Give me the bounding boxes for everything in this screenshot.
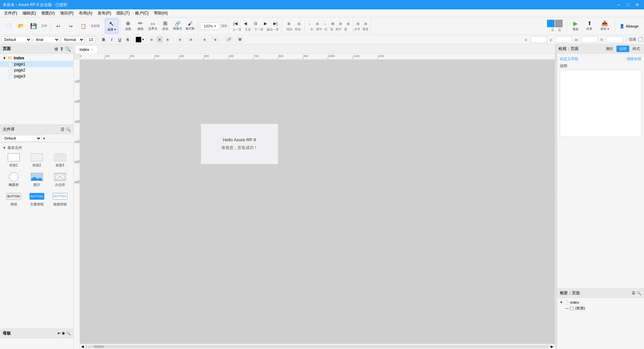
bullet-list-button[interactable]: ≡ (175, 36, 185, 43)
clear-all-button[interactable]: 清除全部 (627, 56, 641, 61)
align-center-h-button[interactable]: ⊟ (314, 20, 321, 27)
page-folder-root[interactable]: ▼ 📁 index (0, 55, 73, 61)
border-button[interactable]: ▭ 边界点 (147, 19, 159, 33)
save-button[interactable]: 💾 (28, 19, 40, 33)
align-right-button[interactable]: ⬦ (321, 20, 329, 27)
minimize-button[interactable]: ─ (614, 1, 623, 8)
text-more-button[interactable]: ⊞ (235, 36, 245, 43)
menu-layout[interactable]: 布局(A) (76, 10, 95, 17)
page-item-page2[interactable]: 📄 page2 (0, 67, 73, 73)
comp-image[interactable]: 图片 (26, 170, 48, 189)
comp-button[interactable]: BUTTON 按钮 (3, 190, 24, 208)
underline-button[interactable]: U (116, 36, 123, 43)
page-prev-button[interactable]: ◀ (241, 20, 250, 27)
tab-notes[interactable]: 说明 (616, 46, 629, 52)
masters-add-icon[interactable]: ⊕ (62, 331, 65, 336)
h-distribute-button[interactable]: ⊟ (354, 20, 362, 27)
tab-styles[interactable]: 样式 (630, 46, 643, 52)
menu-project[interactable]: 项目(P) (57, 10, 76, 17)
copy-button[interactable]: 📋 (77, 19, 89, 33)
comp-circle[interactable]: 椭圆形 (3, 170, 24, 189)
redo-button[interactable]: ↪ (65, 19, 77, 33)
custom-field-label[interactable]: 自定义字段 (560, 56, 578, 61)
menu-publish[interactable]: 发布(P) (95, 10, 114, 17)
comp-rect1[interactable]: 矩形1 (3, 151, 24, 169)
font-color-dropdown[interactable]: ▾ (142, 38, 144, 41)
y-input[interactable] (555, 36, 572, 43)
open-button[interactable]: 📂 (15, 19, 27, 33)
align-right-text-button[interactable]: ≡ (164, 36, 171, 43)
align-top-button[interactable]: ⊞ (329, 20, 336, 27)
italic-button[interactable]: I (108, 36, 115, 43)
components-search-icon[interactable]: 🔍 (66, 127, 71, 132)
align-middle-button[interactable]: ⊟ (337, 20, 344, 27)
comp-rect2[interactable]: 矩形2 (26, 151, 48, 169)
canvas-tab-index[interactable]: index × (75, 45, 98, 53)
canvas-page-widget[interactable]: Hello Axure RP 8 恭喜您，安装成功！ (201, 123, 278, 164)
align-bottom-button[interactable]: ⊟ (344, 20, 352, 27)
close-button[interactable]: ✕ (633, 1, 641, 8)
numbered-list-button[interactable]: ≡ (186, 36, 196, 43)
bold-button[interactable]: B (100, 36, 107, 43)
comp-link-button[interactable]: BUTTON 链接按钮 (49, 190, 71, 208)
canvas-scrollbar-thumb[interactable] (94, 345, 104, 348)
align-center-text-button[interactable]: ≡ (156, 36, 163, 43)
masters-search-icon[interactable]: 🔍 (66, 331, 71, 336)
style-select[interactable]: Default (1, 36, 32, 43)
user-account[interactable]: 👤 Abaoge (617, 24, 641, 29)
menu-help[interactable]: 帮助(H) (151, 10, 170, 17)
v-distribute-button[interactable]: ⊟ (362, 20, 369, 27)
menu-account[interactable]: 账户(C) (132, 10, 152, 17)
outline-item-index[interactable]: ▼ 📄 index (560, 299, 641, 305)
pages-import-icon[interactable]: ⬆ (60, 46, 64, 52)
link-button[interactable]: 🔗 链接点 (172, 19, 184, 33)
hide-checkbox[interactable] (638, 37, 643, 42)
tab-properties[interactable]: 属性 (603, 46, 616, 52)
page-home-button[interactable]: ⊟ (251, 20, 260, 27)
maximize-button[interactable]: □ (624, 1, 632, 8)
link-text-button[interactable]: 🔗 (224, 36, 234, 43)
pages-add-icon[interactable]: ⊕ (54, 46, 58, 52)
page-first-button[interactable]: |◀ (231, 20, 240, 27)
align-left-text-button[interactable]: ≡ (148, 36, 155, 43)
indent-decrease-button[interactable]: ≡ (211, 36, 220, 43)
h-input[interactable] (606, 36, 623, 43)
masters-undo-icon[interactable]: ↩ (57, 331, 60, 336)
preview-button[interactable]: ▶ 预览 (569, 19, 582, 33)
outline-item-rect[interactable]: — (矩形) (565, 305, 641, 311)
connect-button[interactable]: ⊕ 连接 (122, 19, 134, 33)
notes-textarea[interactable] (560, 70, 641, 137)
x-input[interactable] (530, 36, 547, 43)
combine-button[interactable]: ⊞ (284, 21, 293, 27)
share-button[interactable]: ⬆ 共享 (583, 19, 596, 33)
new-button[interactable]: 📄 (3, 19, 15, 33)
align-left-button[interactable]: ⬦ (306, 20, 313, 27)
menu-edit[interactable]: 编辑(E) (20, 10, 39, 17)
components-library-dropdown-icon[interactable]: ▾ (43, 137, 45, 140)
format-brush-button[interactable]: 🖌 格式刷 (184, 19, 196, 33)
indent-increase-button[interactable]: ≡ (200, 36, 209, 43)
scroll-left-icon[interactable]: ◀ (81, 345, 84, 348)
w-input[interactable] (581, 36, 598, 43)
outline-search-icon[interactable]: 🔍 (637, 291, 641, 295)
outline-filter-icon[interactable]: ☰ (632, 291, 635, 295)
font-size-input[interactable] (86, 36, 96, 43)
weight-select[interactable]: Normal (61, 36, 85, 43)
comp-placeholder[interactable]: 占位符 (49, 170, 71, 189)
undo-button[interactable]: ↩ (52, 19, 64, 33)
menu-team[interactable]: 团队(T) (114, 10, 132, 17)
tab-close-button[interactable]: × (91, 48, 93, 51)
canvas-bottom-scrollbar[interactable]: ◀ ▶ (80, 344, 555, 349)
page-next-button[interactable]: ▶ (261, 20, 270, 27)
pages-search-icon[interactable]: 🔍 (65, 46, 71, 52)
font-color-button[interactable] (136, 37, 142, 43)
page-item-page3[interactable]: 📄 page3 (0, 73, 73, 79)
ungroup-button[interactable]: ⊟ (294, 21, 304, 27)
pen-button[interactable]: ✏ 钢笔 (135, 19, 147, 33)
strikethrough-button[interactable]: S (124, 36, 131, 43)
canvas[interactable]: Hello Axure RP 8 恭喜您，安装成功！ (80, 60, 555, 349)
page-item-page1[interactable]: 📄 page1 (0, 61, 73, 67)
zoom-select[interactable]: 100% ▾ (200, 22, 220, 30)
components-library-select[interactable]: Default (1, 135, 42, 142)
scroll-right-icon[interactable]: ▶ (551, 345, 553, 348)
